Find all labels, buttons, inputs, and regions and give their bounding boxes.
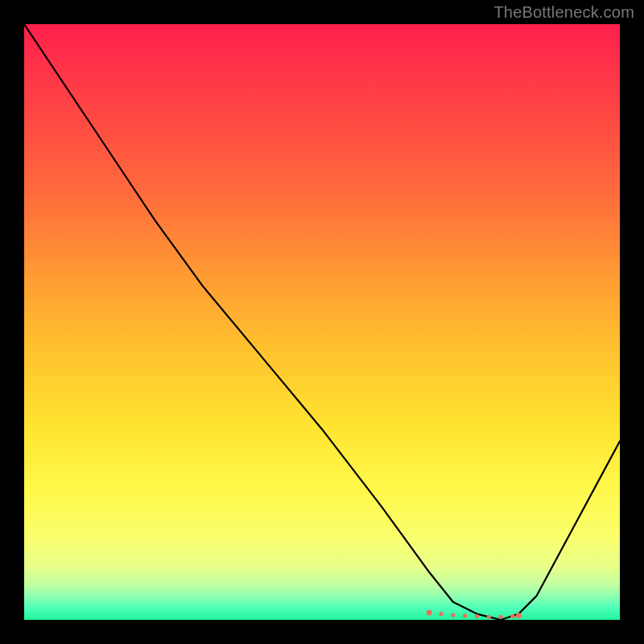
marker-dot xyxy=(498,615,502,619)
curve-svg xyxy=(24,24,620,620)
marker-dot xyxy=(475,614,479,618)
marker-dot xyxy=(463,613,467,617)
marker-dot xyxy=(487,615,491,619)
marker-dot xyxy=(516,613,522,618)
marker-dot xyxy=(510,614,514,618)
bottleneck-curve xyxy=(24,24,620,620)
attribution-text: TheBottleneck.com xyxy=(493,3,634,22)
plot-area xyxy=(24,24,620,620)
marker-dot xyxy=(451,613,455,617)
marker-dot xyxy=(439,612,443,616)
chart-container: TheBottleneck.com xyxy=(0,0,644,644)
marker-dot xyxy=(427,610,432,616)
